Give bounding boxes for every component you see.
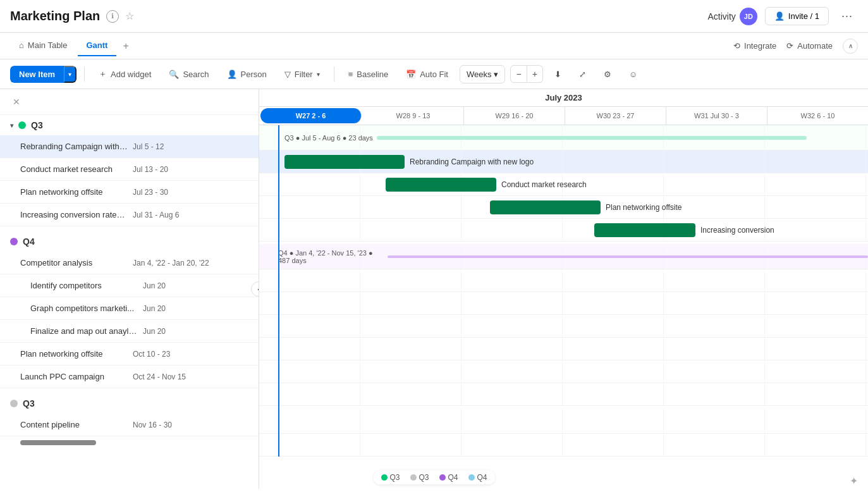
task-row-rebranding[interactable]: Rebranding Campaign with ne... Jul 5 - 1… <box>0 135 259 158</box>
zoom-out-button[interactable]: − <box>510 65 527 83</box>
gantt-header: July 2023 W27 2 - 6W28 9 - 13W29 16 - 20… <box>259 89 868 125</box>
tab-gantt[interactable]: Gantt <box>78 35 117 56</box>
content-pipeline-bar <box>20 440 96 445</box>
baseline-icon: ≡ <box>348 70 353 79</box>
gantt-cell <box>765 360 866 383</box>
avatar: JD <box>740 8 757 25</box>
separator-2 <box>334 66 334 82</box>
add-tab-button[interactable]: + <box>118 37 133 56</box>
group-dot-q3-gray <box>10 400 18 407</box>
emoji-button[interactable]: ☺ <box>623 66 644 83</box>
task-dates: Jul 5 - 12 <box>133 142 164 151</box>
filter-icon: ▽ <box>284 70 291 79</box>
gantt-row-graph <box>259 315 868 338</box>
gantt-cell <box>360 434 462 456</box>
gantt-cell <box>259 315 360 337</box>
expand-button[interactable]: ⤢ <box>573 66 592 83</box>
integrate-button[interactable]: ⟲ Integrate <box>733 41 776 51</box>
download-button[interactable]: ⬇ <box>548 66 568 83</box>
task-dates: Jun 20 <box>143 304 166 313</box>
gantt-cell <box>664 315 765 337</box>
weeks-label: Weeks <box>467 70 492 79</box>
header-left: Marketing Plan ℹ ☆ <box>10 9 134 23</box>
automate-icon: ⟳ <box>786 41 793 51</box>
task-name: Competitor analysis <box>20 258 128 268</box>
add-widget-button[interactable]: ＋ Add widget <box>92 65 157 83</box>
add-widget-icon: ＋ <box>99 68 107 80</box>
group-header-q3-green[interactable]: ▾ Q3 <box>0 115 259 135</box>
task-name: Finalize and map out anaylsis <box>30 326 138 336</box>
tab-actions: ⟲ Integrate ⟳ Automate ∧ <box>733 39 858 54</box>
task-dates: Oct 10 - 23 <box>133 350 170 359</box>
legend-dot-q4-blue <box>468 474 475 481</box>
gantt-cell <box>360 409 462 433</box>
gantt-area[interactable]: July 2023 W27 2 - 6W28 9 - 13W29 16 - 20… <box>259 89 868 489</box>
group-label-q3-gray: Q3 <box>23 398 35 409</box>
new-item-dropdown[interactable]: ▾ <box>64 66 76 83</box>
task-name: Content pipeline <box>20 420 128 429</box>
task-row-graph-competitors[interactable]: Graph competitors marketi... Jun 20 <box>0 297 259 320</box>
week-cell: W30 23 - 27 <box>565 107 666 125</box>
task-row-content-pipeline[interactable]: Content pipeline Nov 16 - 30 <box>0 414 259 436</box>
group-label-q4: Q4 <box>23 237 35 247</box>
gantt-cell <box>360 196 462 218</box>
task-row-competitor-analysis[interactable]: Competitor analysis Jan 4, '22 - Jan 20,… <box>0 252 259 274</box>
task-row-networking-q4[interactable]: Plan networking offsite Oct 10 - 23 <box>0 343 259 366</box>
home-icon: ⌂ <box>19 40 24 50</box>
search-button[interactable]: 🔍 Search <box>162 66 215 83</box>
gantt-cell <box>664 383 765 405</box>
info-icon[interactable]: ℹ <box>106 10 119 23</box>
tab-main-table[interactable]: ⌂ Main Table <box>10 35 76 56</box>
weeks-select[interactable]: Weeks ▾ <box>460 65 506 83</box>
gantt-group-row-q4: Q4 ● Jan 4, '22 - Nov 15, '23 ● 487 days <box>259 244 868 269</box>
group-header-q4[interactable]: Q4 <box>0 231 259 252</box>
auto-fit-button[interactable]: 📅 Auto Fit <box>400 66 455 83</box>
collapse-button[interactable]: ∧ <box>843 39 858 54</box>
task-dates: Jul 23 - 30 <box>133 188 168 197</box>
new-item-button[interactable]: New Item <box>10 66 64 83</box>
tab-main-table-label: Main Table <box>28 40 68 50</box>
gantt-cell <box>259 383 360 405</box>
baseline-button[interactable]: ≡ Baseline <box>342 66 394 83</box>
week-row: W27 2 - 6W28 9 - 13W29 16 - 20W30 23 - 2… <box>259 107 868 125</box>
gantt-cell <box>664 173 765 195</box>
zoom-in-button[interactable]: + <box>527 65 543 83</box>
task-row-ppc[interactable]: Launch PPC campaign Oct 24 - Nov 15 <box>0 366 259 388</box>
task-row-networking-offsite-q3[interactable]: Plan networking offsite Jul 23 - 30 <box>0 181 259 204</box>
rebranding-bar <box>284 155 405 169</box>
networking-bar <box>490 200 601 214</box>
automate-button[interactable]: ⟳ Automate <box>786 41 833 51</box>
gantt-cell <box>765 315 866 337</box>
q3-summary-text: Q3 ● Jul 5 - Aug 6 ● 23 days <box>284 134 373 142</box>
close-panel-button[interactable]: ✕ <box>5 92 28 112</box>
gantt-cell <box>462 315 563 337</box>
task-row-market-research[interactable]: Conduct market research Jul 13 - 20 <box>0 158 259 181</box>
invite-button[interactable]: 👤 Invite / 1 <box>765 7 829 25</box>
settings-button[interactable]: ⚙ <box>597 66 618 83</box>
gantt-cell <box>563 151 664 173</box>
gantt-cell <box>664 338 765 360</box>
gantt-cell <box>462 338 563 360</box>
star-icon[interactable]: ☆ <box>125 10 134 22</box>
main-content: ✕ ▾ Q3 Rebranding Campaign with ne... Ju… <box>0 89 868 489</box>
task-name: Graph competitors marketi... <box>30 304 138 313</box>
legend-label-q4-blue: Q4 <box>477 473 487 482</box>
q3-summary-bar <box>377 136 807 140</box>
more-options-button[interactable]: ··· <box>836 7 858 25</box>
gantt-row-competitor <box>259 269 868 292</box>
gantt-cell <box>259 269 360 292</box>
task-row-finalize[interactable]: Finalize and map out anaylsis Jun 20 <box>0 320 259 343</box>
tab-gantt-label: Gantt <box>87 40 108 50</box>
task-dates: Oct 24 - Nov 15 <box>133 372 186 381</box>
activity-button[interactable]: Activity JD <box>708 8 757 25</box>
gantt-cell <box>664 360 765 383</box>
task-row-identify-competitors[interactable]: Identify competitors Jun 20 <box>0 274 259 297</box>
auto-fit-icon: 📅 <box>406 70 416 79</box>
gantt-row-rebranding: Rebranding Campaign with new logo <box>259 151 868 173</box>
group-header-q3-gray[interactable]: Q3 <box>0 393 259 414</box>
person-button[interactable]: 👤 Person <box>221 66 273 83</box>
task-row-conversion[interactable]: Increasing conversion rates o... Jul 31 … <box>0 204 259 226</box>
gantt-cell <box>259 338 360 360</box>
filter-button[interactable]: ▽ Filter ▾ <box>278 66 326 83</box>
gantt-group-row-q3-gray <box>259 409 868 434</box>
